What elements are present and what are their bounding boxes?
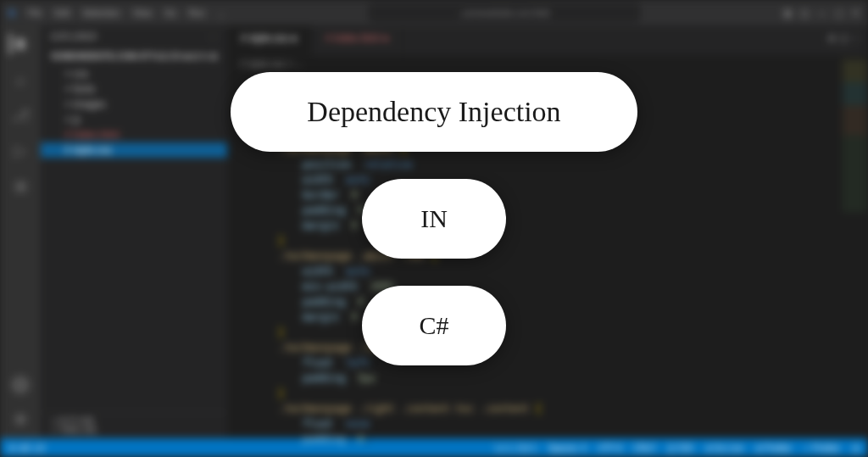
title-text-in: IN (420, 204, 448, 233)
title-overlay: Dependency Injection IN C# (0, 0, 868, 457)
title-pill-in: IN (362, 179, 506, 259)
title-pill-lang: C# (362, 286, 506, 365)
title-text-lang: C# (419, 311, 448, 340)
title-pill-main: Dependency Injection (231, 72, 637, 152)
title-text-main: Dependency Injection (307, 96, 560, 128)
